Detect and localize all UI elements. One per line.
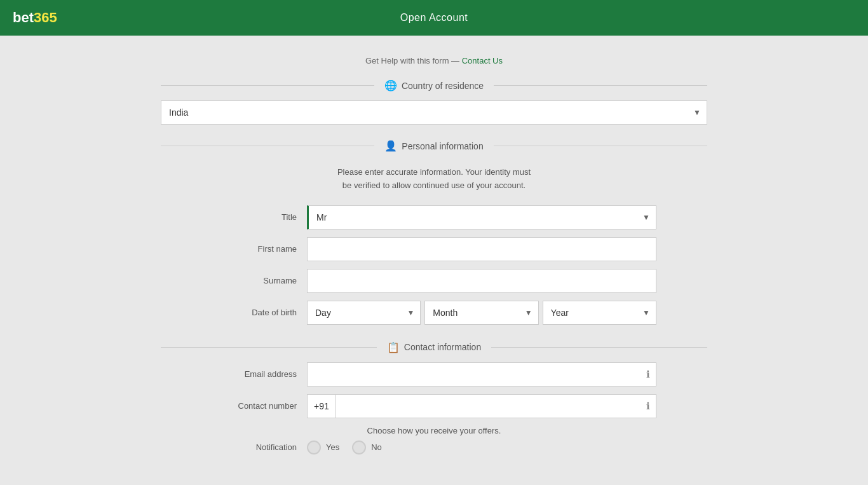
logo: bet365 bbox=[13, 10, 57, 26]
month-select[interactable]: Month JanuaryFebruaryMarch AprilMayJune … bbox=[424, 301, 538, 325]
personal-section-header: 👤 Personal information bbox=[161, 131, 707, 161]
country-section-title: Country of residence bbox=[402, 81, 484, 91]
phone-prefix: +91 bbox=[307, 394, 336, 418]
dob-selects: Day 12345 678910 1112131415 1617181920 2… bbox=[307, 301, 656, 325]
phone-label: Contact number bbox=[212, 401, 307, 411]
title-label: Title bbox=[212, 212, 307, 222]
phone-row: Contact number +91 ℹ bbox=[212, 394, 656, 418]
email-input-wrapper: ℹ bbox=[307, 362, 656, 386]
info-line1: Please enter accurate information. Your … bbox=[337, 167, 531, 177]
country-dropdown-row: India United Kingdom Australia Canada Ge… bbox=[161, 100, 707, 131]
day-select-wrapper: Day 12345 678910 1112131415 1617181920 2… bbox=[307, 301, 421, 325]
email-input[interactable] bbox=[307, 362, 656, 386]
title-select-wrapper: Mr Mrs Ms Miss Dr ▼ bbox=[307, 205, 656, 229]
year-select[interactable]: Year 200520042003 200019951990 198519801… bbox=[543, 301, 656, 325]
contact-section-label: 📋 Contact information bbox=[377, 341, 491, 353]
notification-yes-radio[interactable] bbox=[307, 441, 321, 454]
contact-us-link[interactable]: Contact Us bbox=[462, 56, 503, 65]
title-select[interactable]: Mr Mrs Ms Miss Dr bbox=[307, 205, 656, 229]
surname-input[interactable] bbox=[307, 269, 656, 293]
help-text: Get Help with this form — bbox=[365, 56, 459, 65]
phone-input-group: +91 ℹ bbox=[307, 394, 656, 418]
notification-no-label: No bbox=[371, 442, 382, 452]
country-section-header: 🌐 Country of residence bbox=[161, 71, 707, 100]
notification-radio-group: Yes No bbox=[307, 441, 656, 454]
dob-label: Date of birth bbox=[212, 308, 307, 317]
personal-section-title: Personal information bbox=[402, 141, 483, 151]
info-line2: be verified to allow continued use of yo… bbox=[342, 181, 526, 190]
country-section-label: 🌐 Country of residence bbox=[374, 79, 494, 92]
surname-row: Surname bbox=[212, 269, 656, 293]
personal-section-label: 👤 Personal information bbox=[374, 140, 493, 152]
form-area: Title Mr Mrs Ms Miss Dr ▼ First name Sur… bbox=[161, 205, 707, 325]
main-content: Get Help with this form — Contact Us 🌐 C… bbox=[161, 36, 707, 485]
email-info-icon[interactable]: ℹ bbox=[646, 369, 650, 380]
logo-bet: bet bbox=[13, 10, 34, 26]
country-select[interactable]: India United Kingdom Australia Canada Ge… bbox=[161, 100, 707, 125]
phone-info-icon[interactable]: ℹ bbox=[646, 400, 650, 412]
help-bar: Get Help with this form — Contact Us bbox=[161, 48, 707, 71]
globe-icon: 🌐 bbox=[384, 79, 397, 92]
day-select[interactable]: Day 12345 678910 1112131415 1617181920 2… bbox=[307, 301, 421, 325]
surname-label: Surname bbox=[212, 276, 307, 285]
email-label: Email address bbox=[212, 369, 307, 379]
header: bet365 Open Account bbox=[0, 0, 868, 36]
notification-no-radio[interactable] bbox=[352, 441, 366, 454]
contact-form-area: Email address ℹ Contact number +91 ℹ Cho… bbox=[161, 362, 707, 454]
email-row: Email address ℹ bbox=[212, 362, 656, 386]
year-select-wrapper: Year 200520042003 200019951990 198519801… bbox=[543, 301, 656, 325]
notification-yes-label: Yes bbox=[326, 442, 339, 452]
notification-row: Notification Yes No bbox=[212, 441, 656, 454]
page-title: Open Account bbox=[400, 12, 468, 24]
contact-icon: 📋 bbox=[387, 341, 400, 353]
logo-365: 365 bbox=[34, 10, 57, 26]
personal-info-text: Please enter accurate information. Your … bbox=[161, 166, 707, 193]
title-row: Title Mr Mrs Ms Miss Dr ▼ bbox=[212, 205, 656, 229]
first-name-label: First name bbox=[212, 244, 307, 254]
notification-label: Notification bbox=[212, 442, 307, 452]
month-select-wrapper: Month JanuaryFebruaryMarch AprilMayJune … bbox=[424, 301, 538, 325]
country-select-wrapper: India United Kingdom Australia Canada Ge… bbox=[161, 100, 707, 125]
person-icon: 👤 bbox=[384, 140, 397, 152]
contact-section-title: Contact information bbox=[404, 342, 481, 352]
first-name-row: First name bbox=[212, 237, 656, 261]
dob-row: Date of birth Day 12345 678910 111213141… bbox=[212, 301, 656, 325]
phone-input[interactable] bbox=[336, 394, 656, 418]
offers-text: Choose how you receive your offers. bbox=[212, 426, 656, 435]
contact-section-header: 📋 Contact information bbox=[161, 332, 707, 362]
first-name-input[interactable] bbox=[307, 237, 656, 261]
